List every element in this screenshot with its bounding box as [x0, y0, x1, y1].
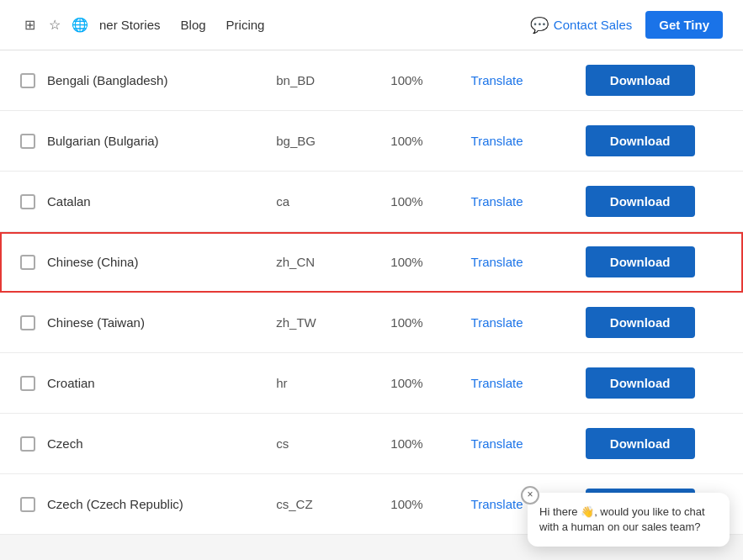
table-row: Bulgarian (Bulgaria) bg_BG 100% Translat… — [0, 111, 743, 172]
language-name: Czech — [47, 436, 276, 451]
language-code: zh_TW — [276, 315, 390, 330]
translate-cell: Translate — [471, 436, 586, 451]
language-code: cs — [276, 436, 390, 451]
header-right: 💬 Contact Sales Get Tiny — [530, 11, 723, 39]
chat-close-button[interactable]: × — [521, 486, 539, 505]
language-percent: 100% — [390, 497, 470, 511]
contact-sales-button[interactable]: 💬 Contact Sales — [530, 16, 632, 34]
language-name: Chinese (Taiwan) — [47, 315, 276, 330]
language-name: Bulgarian (Bulgaria) — [47, 134, 276, 148]
grid-icon: ⊞ — [20, 16, 39, 34]
row-checkbox-cell — [20, 73, 47, 88]
translate-cell: Translate — [471, 315, 586, 330]
row-checkbox-cell — [20, 436, 47, 452]
language-name: Chinese (China) — [47, 255, 276, 269]
language-list: Bengali (Bangladesh) bn_BD 100% Translat… — [0, 50, 743, 535]
row-checkbox-cell — [20, 497, 47, 512]
nav-customer-stories[interactable]: ner Stories — [99, 18, 161, 32]
row-checkbox[interactable] — [20, 376, 35, 391]
language-percent: 100% — [390, 134, 470, 148]
row-checkbox[interactable] — [20, 194, 35, 209]
nav-blog[interactable]: Blog — [181, 18, 206, 32]
translate-cell: Translate — [471, 73, 586, 87]
translate-cell: Translate — [471, 376, 586, 390]
row-checkbox[interactable] — [20, 73, 35, 88]
download-cell: Download — [586, 246, 723, 277]
table-row: Bengali (Bangladesh) bn_BD 100% Translat… — [0, 50, 743, 111]
language-percent: 100% — [390, 436, 470, 451]
download-cell: Download — [586, 307, 723, 338]
language-code: bn_BD — [276, 73, 390, 87]
language-code: cs_CZ — [276, 497, 390, 511]
table-row: Chinese (China) zh_CN 100% Translate Dow… — [0, 232, 743, 293]
table-row: Chinese (Taiwan) zh_TW 100% Translate Do… — [0, 293, 743, 353]
header-browser-icons: ⊞ ☆ 🌐 — [20, 16, 89, 34]
download-button[interactable]: Download — [586, 428, 695, 459]
language-code: hr — [276, 376, 390, 390]
row-checkbox-cell — [20, 194, 47, 209]
row-checkbox[interactable] — [20, 497, 35, 512]
header: ⊞ ☆ 🌐 ner Stories Blog Pricing 💬 Contact… — [0, 0, 743, 50]
download-cell: Download — [586, 367, 723, 399]
download-cell: Download — [586, 186, 723, 217]
translate-cell: Translate — [471, 134, 586, 148]
language-code: ca — [276, 194, 390, 209]
language-name: Czech (Czech Republic) — [47, 497, 276, 511]
row-checkbox-cell — [20, 255, 47, 270]
row-checkbox[interactable] — [20, 436, 35, 452]
download-cell: Download — [586, 65, 723, 96]
translate-cell: Translate — [471, 194, 586, 209]
download-button[interactable]: Download — [586, 307, 695, 338]
table-row: Catalan ca 100% Translate Download — [0, 172, 743, 232]
translate-link[interactable]: Translate — [471, 255, 523, 269]
language-percent: 100% — [390, 376, 470, 390]
language-percent: 100% — [390, 194, 470, 209]
nav-pricing[interactable]: Pricing — [226, 18, 265, 32]
language-code: zh_CN — [276, 255, 390, 269]
translate-link[interactable]: Translate — [471, 194, 523, 209]
language-percent: 100% — [390, 255, 470, 269]
translate-link[interactable]: Translate — [471, 315, 523, 330]
chat-message: Hi there 👋, would you like to chat with … — [539, 505, 705, 533]
download-button[interactable]: Download — [586, 125, 695, 156]
get-tiny-button[interactable]: Get Tiny — [645, 11, 723, 39]
star-icon: ☆ — [45, 16, 64, 34]
download-button[interactable]: Download — [586, 367, 695, 399]
language-name: Bengali (Bangladesh) — [47, 73, 276, 87]
translate-link[interactable]: Translate — [471, 436, 523, 451]
language-percent: 100% — [390, 73, 470, 87]
row-checkbox[interactable] — [20, 315, 35, 330]
table-row: Czech cs 100% Translate Download — [0, 414, 743, 474]
language-name: Catalan — [47, 194, 276, 209]
translate-link[interactable]: Translate — [471, 376, 523, 390]
contact-sales-label: Contact Sales — [554, 18, 632, 32]
row-checkbox-cell — [20, 315, 47, 330]
translate-link[interactable]: Translate — [471, 73, 523, 87]
translate-link[interactable]: Translate — [471, 134, 523, 148]
row-checkbox[interactable] — [20, 134, 35, 149]
chat-icon: 💬 — [530, 16, 549, 34]
header-nav: ner Stories Blog Pricing — [99, 18, 264, 32]
globe-icon: 🌐 — [71, 16, 89, 34]
language-name: Croatian — [47, 376, 276, 390]
main-content: Bengali (Bangladesh) bn_BD 100% Translat… — [0, 50, 743, 535]
download-cell: Download — [586, 125, 723, 156]
translate-cell: Translate — [471, 255, 586, 269]
chat-bubble: × Hi there 👋, would you like to chat wit… — [528, 493, 730, 535]
translate-link[interactable]: Translate — [471, 497, 523, 511]
row-checkbox[interactable] — [20, 255, 35, 270]
row-checkbox-cell — [20, 134, 47, 149]
row-checkbox-cell — [20, 376, 47, 391]
table-row: Croatian hr 100% Translate Download — [0, 353, 743, 414]
download-button[interactable]: Download — [586, 65, 695, 96]
language-code: bg_BG — [276, 134, 390, 148]
download-button[interactable]: Download — [586, 186, 695, 217]
download-cell: Download — [586, 428, 723, 459]
download-button[interactable]: Download — [586, 246, 695, 277]
language-percent: 100% — [390, 315, 470, 330]
